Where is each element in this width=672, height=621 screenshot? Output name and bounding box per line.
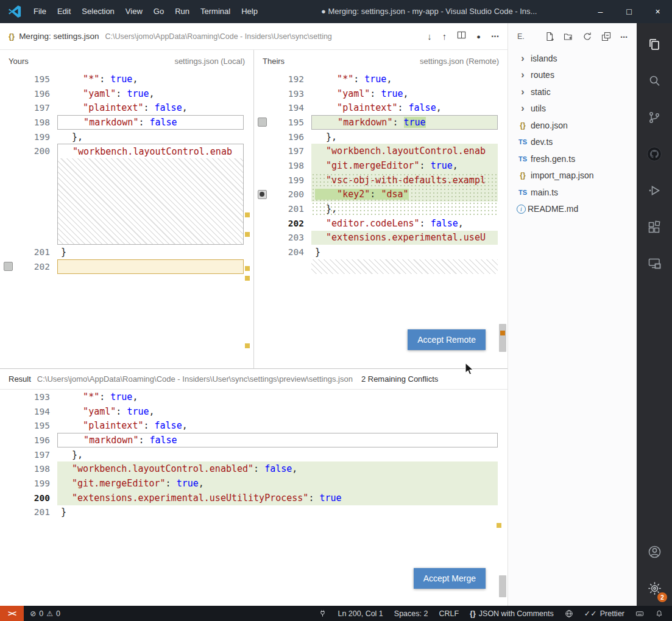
activity-extensions[interactable]: [640, 212, 669, 242]
code-line-200[interactable]: 200 "key2": "dsa": [254, 188, 508, 202]
notifications-bell-icon[interactable]: [655, 609, 663, 618]
code-line-202[interactable]: 202 "editor.codeLens": false,: [254, 216, 508, 231]
close-button[interactable]: ×: [643, 0, 672, 23]
collapse-folders-icon[interactable]: [601, 32, 611, 41]
pane-yours-code[interactable]: 195 "*": true,196 "yaml": true,197 "plai…: [0, 72, 253, 368]
conflict-checkbox[interactable]: [258, 190, 267, 199]
code-line-199[interactable]: 199 },: [0, 130, 253, 144]
code-line-194[interactable]: 194 "yaml": true,: [0, 404, 508, 419]
tree-item-main-ts[interactable]: TSmain.ts: [508, 184, 637, 201]
line-number: 196: [0, 435, 50, 445]
prev-conflict-icon[interactable]: ↑: [442, 31, 447, 41]
more-actions-icon[interactable]: ···: [620, 32, 628, 42]
code-line-193[interactable]: 193 "*": true,: [0, 390, 508, 404]
tree-item-deno-json[interactable]: {}deno.json: [508, 117, 637, 134]
activity-search[interactable]: [640, 66, 669, 96]
code-line-203[interactable]: 203 "extensions.experimental.useU: [254, 231, 508, 245]
conflict-checkbox[interactable]: [4, 262, 13, 271]
merge-editor-tab[interactable]: {} Merging: settings.json C:\Users\jomo\…: [0, 23, 508, 50]
window-controls: – □ ×: [586, 0, 672, 23]
activity-source-control[interactable]: [640, 102, 669, 133]
code-line-200[interactable]: 200 "workbench.layoutControl.enab: [0, 144, 253, 158]
menu-view[interactable]: View: [120, 0, 148, 23]
menu-run[interactable]: Run: [169, 0, 195, 23]
conflict-checkbox[interactable]: [258, 118, 267, 127]
code-line-198[interactable]: 198 "git.mergeEditor": true,: [254, 158, 508, 173]
refresh-icon[interactable]: [582, 32, 592, 41]
code-line-201[interactable]: 201 },: [254, 202, 508, 216]
tree-item-islands[interactable]: ›islands: [508, 50, 637, 67]
plug-icon[interactable]: [319, 609, 327, 617]
pane-result-code[interactable]: 193 "*": true,194 "yaml": true,195 "plai…: [0, 390, 508, 606]
code-line-199[interactable]: 199 "git.mergeEditor": true,: [0, 476, 508, 491]
remote-indicator[interactable]: ><: [0, 606, 24, 621]
code-line-197[interactable]: 197 },: [0, 447, 508, 462]
cursor-position[interactable]: Ln 200, Col 1: [338, 609, 383, 618]
activity-run-debug[interactable]: [640, 175, 669, 206]
problems-status[interactable]: ⊘ 0 ⚠ 0: [30, 609, 60, 618]
line-number: 198: [16, 118, 50, 127]
code-line-195[interactable]: 195 "markdown": true: [254, 115, 508, 130]
prettier-status[interactable]: ✓✓ Prettier: [584, 609, 624, 618]
code-line-192[interactable]: 192 "*": true,: [254, 72, 508, 86]
code-line-194[interactable]: 194 "plaintext": false,: [254, 100, 508, 115]
tree-item-readme-md[interactable]: iREADME.md: [508, 201, 637, 218]
activity-explorer[interactable]: [640, 29, 669, 60]
menu-selection[interactable]: Selection: [76, 0, 119, 23]
code-line-198[interactable]: 198 "workbench.layoutControl.enabled": f…: [0, 461, 508, 476]
explorer-sidebar: E. ··· ›islands›rou: [508, 23, 637, 606]
menu-go[interactable]: Go: [148, 0, 169, 23]
menu-terminal[interactable]: Terminal: [195, 0, 236, 23]
tree-item-dev-ts[interactable]: TSdev.ts: [508, 134, 637, 151]
menu-file[interactable]: File: [28, 0, 52, 23]
code-line-196[interactable]: 196 "markdown": false: [0, 433, 508, 447]
code-line-196[interactable]: 196 "yaml": true,: [0, 86, 253, 101]
language-mode[interactable]: {} JSON with Comments: [470, 609, 554, 618]
status-extra-icon[interactable]: [635, 609, 644, 618]
deleted-lines-hatch: [0, 158, 253, 245]
code-line-195[interactable]: 195 "*": true,: [0, 72, 253, 86]
scrollbar-thumb[interactable]: [499, 324, 506, 352]
line-number: 193: [270, 89, 304, 99]
tree-item-fresh-gen-ts[interactable]: TSfresh.gen.ts: [508, 150, 637, 167]
accept-merge-button[interactable]: Accept Merge: [414, 568, 486, 589]
menu-edit[interactable]: Edit: [52, 0, 76, 23]
split-editor-icon[interactable]: [457, 30, 466, 42]
maximize-button[interactable]: □: [615, 0, 643, 23]
new-folder-icon[interactable]: [564, 32, 573, 41]
code-line-198[interactable]: 198 "markdown": false: [0, 115, 253, 130]
tree-item-routes[interactable]: ›routes: [508, 67, 637, 84]
code-line-201[interactable]: 201}: [0, 245, 253, 259]
tree-item-import-map-json[interactable]: {}import_map.json: [508, 167, 637, 184]
next-conflict-icon[interactable]: ↓: [427, 31, 432, 41]
code-line-200[interactable]: 200 "extensions.experimental.useUtilityP…: [0, 491, 508, 505]
activity-settings[interactable]: 2: [640, 573, 669, 603]
code-line-204[interactable]: 204}: [254, 245, 508, 259]
code-line-195[interactable]: 195 "plaintext": false,: [0, 418, 508, 433]
tree-item-static[interactable]: ›static: [508, 83, 637, 100]
pane-theirs-code[interactable]: 192 "*": true,193 "yaml": true,194 "plai…: [254, 72, 508, 368]
eol-status[interactable]: CRLF: [439, 609, 459, 618]
accept-remote-button[interactable]: Accept Remote: [408, 329, 486, 350]
menu-help[interactable]: Help: [236, 0, 263, 23]
code-line-193[interactable]: 193 "yaml": true,: [254, 86, 508, 101]
code-line-199[interactable]: 199 "vsc-obj-with-defaults.exampl: [254, 173, 508, 188]
new-file-icon[interactable]: [545, 32, 554, 41]
globe-icon[interactable]: [565, 609, 573, 618]
code-line-202[interactable]: 202: [0, 259, 253, 274]
code-line-197[interactable]: 197 "plaintext": false,: [0, 100, 253, 115]
code-line-201[interactable]: 201}: [0, 505, 508, 520]
typescript-icon: TS: [517, 155, 529, 163]
indentation-status[interactable]: Spaces: 2: [394, 609, 428, 618]
activity-github[interactable]: [640, 139, 669, 169]
code-line-196[interactable]: 196 },: [254, 130, 508, 144]
minimize-button[interactable]: –: [586, 0, 615, 23]
activity-remote-explorer[interactable]: [640, 248, 669, 279]
explorer-actions: ···: [545, 32, 628, 42]
activity-account[interactable]: [640, 536, 669, 567]
more-actions-icon[interactable]: ···: [491, 31, 499, 42]
tree-item-utils[interactable]: ›utils: [508, 100, 637, 118]
tab-label[interactable]: Merging: settings.json: [19, 32, 99, 41]
code-line-197[interactable]: 197 "workbench.layoutControl.enab: [254, 144, 508, 158]
scrollbar-thumb[interactable]: [499, 575, 506, 597]
